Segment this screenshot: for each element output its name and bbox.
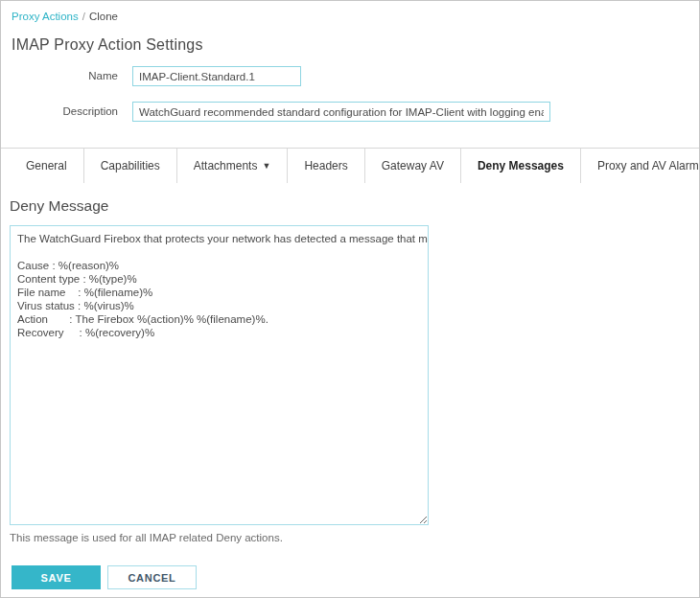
breadcrumb-current: Clone [89,11,118,22]
tab-deny-messages[interactable]: Deny Messages [461,149,581,183]
tab-capabilities[interactable]: Capabilities [84,149,177,183]
breadcrumb-link-proxy-actions[interactable]: Proxy Actions [12,11,79,22]
deny-message-textarea[interactable]: The WatchGuard Firebox that protects you… [10,225,429,525]
name-input[interactable] [132,66,301,86]
imap-proxy-settings-page: Proxy Actions/Clone IMAP Proxy Action Se… [0,0,700,598]
deny-message-caption: This message is used for all IMAP relate… [10,532,699,543]
deny-message-heading: Deny Message [10,197,699,215]
description-row: Description [1,102,699,122]
name-label: Name [1,66,132,81]
tab-general[interactable]: General [10,149,84,183]
settings-tab-bar: General Capabilities Attachments▼ Header… [1,148,699,183]
chevron-down-icon: ▼ [262,162,270,171]
cancel-button[interactable]: CANCEL [107,565,197,589]
description-input[interactable] [132,102,550,122]
page-title: IMAP Proxy Action Settings [12,36,699,54]
action-buttons: SAVE CANCEL [12,565,197,589]
name-row: Name [1,66,699,86]
breadcrumb: Proxy Actions/Clone [1,1,699,22]
tab-headers[interactable]: Headers [288,149,364,183]
settings-form: Name Description [1,66,699,122]
tab-gateway-av[interactable]: Gateway AV [365,149,461,183]
breadcrumb-separator: / [82,11,85,22]
tab-attachments[interactable]: Attachments▼ [177,149,289,183]
description-label: Description [1,102,132,117]
save-button[interactable]: SAVE [12,565,101,589]
tab-proxy-and-av-alarms[interactable]: Proxy and AV Alarms [581,149,700,183]
